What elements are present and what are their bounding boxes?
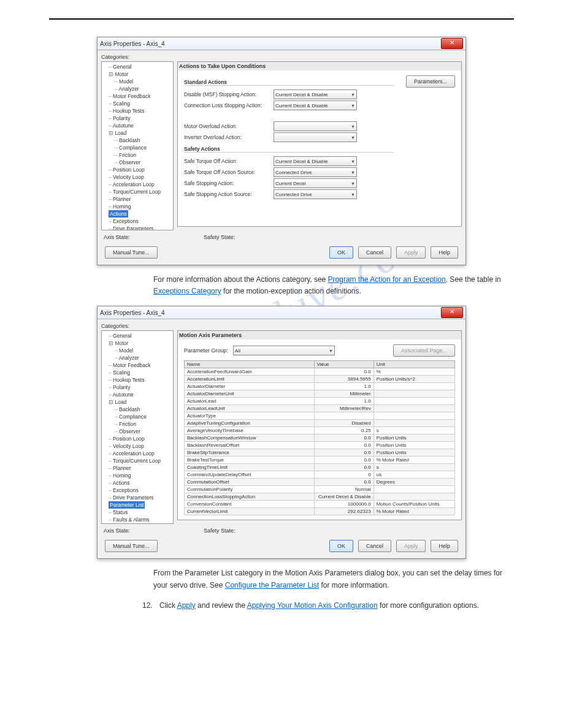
axis-properties-dialog-params: Axis Properties - Axis_4 ✕ Categories: G… (97, 306, 466, 559)
table-row[interactable]: ActuatorType (185, 412, 455, 420)
table-row[interactable]: ActuatorDiameter1.0 (185, 383, 455, 390)
link-apply[interactable]: Apply (177, 601, 196, 610)
th-name[interactable]: Name (185, 361, 315, 368)
parameters-button[interactable]: Parameters... (406, 75, 455, 88)
field-label: Motor Overload Action: (184, 123, 270, 129)
tree-actions[interactable]: Actions (104, 210, 171, 218)
tree-observer[interactable]: Observer (104, 159, 171, 166)
field-label: Disable (MSF) Stopping Action: (184, 91, 270, 97)
close-icon[interactable]: ✕ (441, 307, 463, 318)
safety-state-label: Safety State: (204, 528, 236, 534)
field-label: Safe Stopping Action: (184, 180, 270, 186)
field-label: Safe Stopping Action Source: (184, 191, 270, 197)
table-row[interactable]: AccelerationLimit3894.5955Position Units… (185, 376, 455, 383)
table-row[interactable]: CommandUpdateDelayOffset0us (185, 471, 455, 479)
param-group-select[interactable]: All (233, 346, 335, 355)
tree-motor-feedback[interactable]: Motor Feedback (104, 93, 171, 100)
panel-header: Motion Axis Parameters (178, 331, 461, 339)
tree-motor[interactable]: Motor (104, 70, 171, 78)
categories-label: Categories: (101, 323, 462, 329)
tree-polarity[interactable]: Polarity (104, 115, 171, 122)
tree-param-list[interactable]: Parameter List (104, 501, 171, 509)
combo[interactable]: Current Decel & Disable (274, 156, 357, 166)
table-row[interactable]: CommutationOffset0.0Degrees (185, 479, 455, 486)
tree-model[interactable]: Model (104, 78, 171, 85)
combo[interactable]: Connected Drive (274, 189, 357, 199)
ok-button[interactable]: OK (329, 540, 353, 552)
field-label: Connection Loss Stopping Action: (184, 102, 270, 108)
close-icon[interactable]: ✕ (441, 38, 463, 49)
cancel-button[interactable]: Cancel (358, 540, 391, 552)
tree-friction[interactable]: Friction (104, 151, 171, 159)
table-row[interactable]: BacklashCompensationWindow0.0Position Un… (185, 434, 455, 442)
table-row[interactable]: ConnectionLossStoppingActionCurrent Dece… (185, 493, 455, 501)
tree-velocity-loop[interactable]: Velocity Loop (104, 173, 171, 181)
tree-load[interactable]: Load (104, 129, 171, 137)
table-row[interactable]: AdaptiveTuningConfigurationDisabled (185, 420, 455, 427)
tree-exceptions[interactable]: Exceptions (104, 218, 171, 225)
table-row[interactable]: ConversionConstant1000000.0Motion Counts… (185, 501, 455, 508)
table-row[interactable]: CommutationPolarityNormal (185, 486, 455, 493)
table-row[interactable]: AverageVelocityTimebase0.25s (185, 427, 455, 434)
table-row[interactable]: ActuatorLead1.0 (185, 398, 455, 405)
cancel-button[interactable]: Cancel (358, 246, 391, 259)
titlebar[interactable]: Axis Properties - Axis_4 ✕ (98, 37, 465, 50)
th-value[interactable]: Value (314, 361, 373, 368)
help-button[interactable]: Help (431, 540, 458, 552)
titlebar[interactable]: Axis Properties - Axis_4 ✕ (98, 306, 465, 319)
tree-hookup[interactable]: Hookup Tests (104, 107, 171, 115)
table-row[interactable]: CurrentVectorLimit292.62323% Motor Rated (185, 508, 455, 515)
link-exceptions[interactable]: Exceptions Category (153, 287, 221, 295)
combo[interactable]: Current Decel & Disable (274, 100, 357, 110)
apply-button[interactable]: Apply (396, 540, 426, 552)
tree-planner[interactable]: Planner (104, 195, 171, 203)
link-program-action[interactable]: Program the Action for an Exception (328, 275, 446, 284)
combo[interactable]: Current Decel & Disable (274, 89, 357, 99)
combo[interactable]: Current Decel (274, 178, 357, 188)
combo[interactable] (274, 121, 357, 131)
tree-position-loop[interactable]: Position Loop (104, 166, 171, 173)
help-button[interactable]: Help (431, 246, 458, 259)
table-row[interactable]: BrakeTestTorque0.0% Motor Rated (185, 457, 455, 464)
panel-header: Actions to Take Upon Conditions (178, 62, 461, 70)
step-12: 12. Click Apply and review the Applying … (49, 600, 514, 612)
field-label: Safe Torque Off Action Source: (184, 169, 270, 175)
manual-tune-button[interactable]: Manual Tune... (105, 540, 158, 552)
axis-state-label: Axis State: (104, 234, 130, 240)
manual-tune-button[interactable]: Manual Tune... (105, 246, 158, 259)
combo[interactable]: Connected Drive (274, 167, 357, 177)
ok-button[interactable]: OK (329, 246, 353, 259)
tree-drive-params[interactable]: Drive Parameters (104, 225, 171, 230)
th-unit[interactable]: Unit (373, 361, 454, 368)
table-row[interactable]: CoastingTimeLimit0.0s (185, 464, 455, 471)
table-row[interactable]: BrakeSlipTolerance0.0Position Units (185, 449, 455, 457)
categories-label: Categories: (101, 54, 462, 60)
categories-tree[interactable]: General Motor Model Analyzer Motor Feedb… (101, 61, 174, 230)
tree-general[interactable]: General (104, 63, 171, 70)
param-group-label: Parameter Group: (184, 347, 228, 354)
tree-compliance[interactable]: Compliance (104, 144, 171, 151)
tree-accel-loop[interactable]: Acceleration Loop (104, 181, 171, 188)
table-row[interactable]: BacklashReversalOffset0.0Position Units (185, 442, 455, 449)
params-panel: Motion Axis Parameters Parameter Group: … (177, 330, 462, 520)
body-text-1: For more information about the Actions c… (49, 274, 514, 297)
tree-scaling[interactable]: Scaling (104, 100, 171, 107)
parameter-table[interactable]: Name Value Unit AccelerationFeedforwardG… (184, 360, 455, 515)
categories-tree[interactable]: General Motor Model Analyzer Motor Feedb… (101, 330, 174, 524)
axis-state-label: Axis State: (104, 528, 130, 534)
table-row[interactable]: ActuatorLeadUnitMillimeter/Rev (185, 405, 455, 412)
field-label: Inverter Overload Action: (184, 134, 270, 140)
tree-analyzer[interactable]: Analyzer (104, 85, 171, 93)
tree-torque-loop[interactable]: Torque/Current Loop (104, 188, 171, 195)
table-row[interactable]: AccelerationFeedforwardGain0.0% (185, 368, 455, 376)
tree-homing[interactable]: Homing (104, 203, 171, 210)
link-param-list[interactable]: Configure the Parameter List (225, 581, 319, 590)
table-row[interactable]: ActuatorDiameterUnitMillimeter (185, 390, 455, 398)
combo[interactable] (274, 132, 357, 142)
field-label: Safe Torque Off Action: (184, 158, 270, 164)
associated-page-button[interactable]: Associated Page... (393, 344, 455, 357)
tree-backlash[interactable]: Backlash (104, 137, 171, 144)
link-applying-config[interactable]: Applying Your Motion Axis Configuration (247, 601, 378, 610)
apply-button[interactable]: Apply (396, 246, 426, 259)
tree-autotune[interactable]: Autotune (104, 122, 171, 129)
